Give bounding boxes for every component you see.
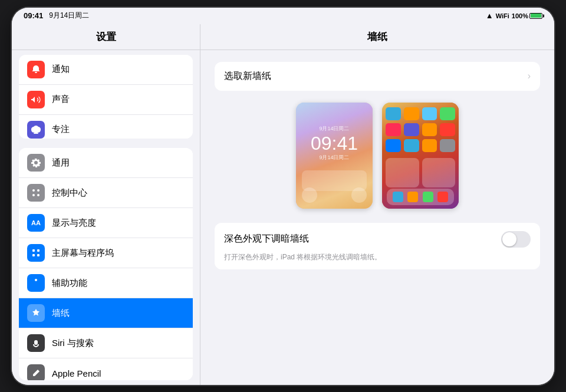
sidebar-item-control-center[interactable]: 控制中心: [19, 178, 193, 208]
sidebar-header: 设置: [12, 24, 200, 50]
sidebar-group-1: 通知 声音 专注 屏幕: [19, 55, 193, 139]
sidebar-item-home-screen[interactable]: 主屏幕与程序坞: [19, 238, 193, 268]
svg-rect-5: [37, 249, 40, 252]
battery-indicator: 100%: [512, 12, 542, 19]
chevron-right-icon: ›: [528, 71, 531, 81]
homescreen-bg: [382, 103, 459, 209]
lock-weekday: 9月14日周二: [319, 154, 349, 162]
status-time: 09:41: [24, 11, 43, 20]
dark-mode-description: 打开深色外观时，iPad 将根据环境光线调暗墙纸。: [215, 252, 540, 269]
sidebar-item-general[interactable]: 通用: [19, 148, 193, 178]
battery-bar: [529, 13, 542, 19]
dark-mode-label: 深色外观下调暗墙纸: [224, 233, 309, 245]
svg-point-8: [35, 279, 37, 281]
lockscreen-bg: 9月14日周二 09:41 9月14日周二: [296, 103, 373, 209]
sidebar-item-wallpaper[interactable]: 墙纸: [19, 298, 193, 328]
select-wallpaper-row[interactable]: 选取新墙纸 ›: [215, 62, 540, 91]
general-icon: [27, 154, 45, 172]
svg-point-0: [32, 189, 35, 192]
notifications-label: 通知: [52, 64, 185, 75]
sounds-label: 声音: [52, 94, 185, 105]
wifi-signal-icon: WiFi: [496, 12, 509, 19]
status-bar: 09:41 9月14日周二 ▲ WiFi 100%: [12, 8, 554, 24]
apple-pencil-icon: [27, 364, 45, 380]
sidebar-item-focus[interactable]: 专注: [19, 115, 193, 139]
wifi-icon: ▲: [486, 11, 493, 20]
dark-mode-toggle-item[interactable]: 深色外观下调暗墙纸: [215, 223, 540, 256]
sidebar: 设置 通知 声音: [12, 24, 200, 385]
home-screen-icon: [27, 244, 45, 262]
wallpaper-icon: [27, 304, 45, 322]
lock-date-display: 9月14日周二: [319, 125, 349, 133]
accessibility-label: 辅助功能: [52, 278, 185, 289]
sidebar-item-accessibility[interactable]: 辅助功能: [19, 268, 193, 298]
display-icon: AA: [27, 214, 45, 232]
svg-rect-6: [32, 254, 35, 256]
sidebar-item-notifications[interactable]: 通知: [19, 55, 193, 85]
detail-content: 选取新墙纸 › 9月14日周二 09:41 9月14日周二: [200, 50, 554, 285]
wallpaper-previews: 9月14日周二 09:41 9月14日周二: [215, 103, 540, 209]
select-wallpaper-label: 选取新墙纸: [224, 70, 271, 83]
siri-icon: [27, 334, 45, 352]
svg-point-1: [37, 189, 40, 192]
home-screen-label: 主屏幕与程序坞: [52, 248, 185, 259]
detail-panel: 墙纸 选取新墙纸 › 9月14日周二 09:4: [200, 24, 554, 385]
control-center-icon: [27, 184, 45, 202]
wallpaper-label: 墙纸: [52, 308, 185, 319]
svg-point-2: [32, 194, 35, 196]
svg-rect-7: [37, 254, 40, 256]
control-center-label: 控制中心: [52, 187, 185, 199]
dark-mode-toggle-row: 深色外观下调暗墙纸 打开深色外观时，iPad 将根据环境光线调暗墙纸。: [215, 223, 540, 269]
display-label: 显示与亮度: [52, 218, 185, 229]
lock-time-display: 09:41: [311, 134, 358, 153]
general-label: 通用: [52, 157, 185, 169]
detail-header: 墙纸: [200, 24, 554, 50]
sidebar-item-sounds[interactable]: 声音: [19, 85, 193, 115]
sidebar-item-display[interactable]: AA 显示与亮度: [19, 208, 193, 238]
accessibility-icon: [27, 274, 45, 292]
notifications-icon: [27, 61, 45, 78]
homescreen-preview[interactable]: [382, 103, 459, 209]
dark-mode-switch[interactable]: [501, 231, 531, 248]
sidebar-group-2: 通用 控制中心 AA 显示与亮度 主屏幕与程序坞: [19, 148, 193, 380]
svg-point-3: [37, 194, 40, 196]
battery-fill: [531, 14, 541, 18]
siri-label: Siri 与搜索: [52, 338, 185, 349]
ipad-frame: 09:41 9月14日周二 ▲ WiFi 100% 设置: [12, 8, 554, 385]
sidebar-item-siri[interactable]: Siri 与搜索: [19, 328, 193, 358]
lockscreen-preview[interactable]: 9月14日周二 09:41 9月14日周二: [296, 103, 373, 209]
status-date: 9月14日周二: [49, 11, 89, 21]
status-icons: ▲ WiFi 100%: [486, 11, 542, 20]
sidebar-item-apple-pencil[interactable]: Apple Pencil: [19, 358, 193, 380]
main-content: 设置 通知 声音: [12, 24, 554, 385]
focus-label: 专注: [52, 124, 185, 135]
apple-pencil-label: Apple Pencil: [52, 368, 185, 378]
focus-icon: [27, 121, 45, 139]
battery-percent: 100%: [512, 12, 528, 19]
sounds-icon: [27, 91, 45, 108]
toggle-knob: [502, 232, 516, 246]
svg-rect-4: [32, 249, 35, 252]
